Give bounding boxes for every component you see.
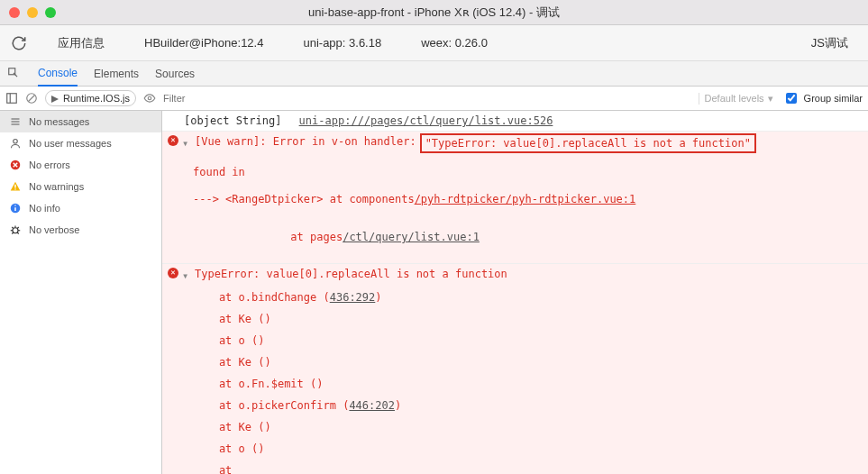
toolbar-uniapp[interactable]: uni-app: 3.6.18 [294,31,390,55]
component-trace: ---> <RangeDtpicker> at components [193,193,415,205]
console-main: No messages No user messages No errors N… [0,111,868,474]
sidebar-item-messages[interactable]: No messages [0,111,161,132]
collapse-icon[interactable]: ▾ [182,135,191,151]
group-similar-checkbox[interactable] [786,93,797,104]
sidebar-item-warnings[interactable]: No warnings [0,176,161,197]
error-found-in: found in [168,164,245,180]
chevron-down-icon: ▾ [768,93,773,105]
maximize-window-button[interactable] [45,7,56,18]
error-icon: ✕ [168,135,178,146]
component-trace-link[interactable]: /pyh-rdtpicker/pyh-rdtpicker.vue:1 [415,193,636,205]
sidebar-label: No messages [29,116,89,127]
eye-icon[interactable] [143,92,156,105]
console-filter-input[interactable] [163,88,691,108]
devtools-tabbar: Console Elements Sources [0,61,868,87]
window-title: uni-base-app-front - iPhone Xʀ (iOS 12.4… [308,5,560,21]
tab-elements[interactable]: Elements [94,62,139,86]
group-similar-label: Group similar [804,93,863,104]
svg-line-24 [12,227,14,229]
tab-sources[interactable]: Sources [155,62,195,86]
sidebar-toggle-icon[interactable] [5,92,18,105]
bug-icon [9,223,22,236]
console-filterbar: Runtime.IOS.js Default levels ▾ Group si… [0,87,868,111]
traffic-lights [9,7,56,18]
component-trace: at pages [245,231,343,243]
log-levels-dropdown[interactable]: Default levels ▾ [699,93,779,105]
svg-line-26 [12,232,14,234]
toolbar-app-info[interactable]: 应用信息 [49,30,114,57]
log-prefix: [object String] [184,113,281,129]
sidebar-item-info[interactable]: No info [0,197,161,219]
svg-point-16 [14,188,16,190]
context-chip-label: Runtime.IOS.js [63,93,130,104]
component-trace-link[interactable]: /ctl/query/list.vue:1 [343,231,480,243]
user-icon [9,137,22,150]
app-toolbar: 应用信息 HBuilder@iPhone:12.4 uni-app: 3.6.1… [0,25,868,61]
sidebar-item-user-messages[interactable]: No user messages [0,132,161,154]
source-link[interactable]: uni-app:///pages/ctl/query/list.vue:526 [299,113,553,129]
sidebar-item-errors[interactable]: No errors [0,154,161,176]
console-error-row: ✕ ▾ TypeError: value[0].replaceAll is no… [162,264,868,474]
clear-console-icon[interactable] [25,92,38,105]
console-log-row: [object String] uni-app:///pages/ctl/que… [162,111,868,132]
error-prefix: [Vue warn]: Error in v-on handler: [195,133,416,150]
svg-point-20 [13,228,18,233]
close-window-button[interactable] [9,7,20,18]
console-error-row: ✕ ▾ [Vue warn]: Error in v-on handler: "… [162,132,868,264]
error-icon: ✕ [168,268,178,278]
toolbar-weex[interactable]: weex: 0.26.0 [412,31,497,55]
toolbar-device[interactable]: HBuilder@iPhone:12.4 [135,31,272,55]
info-icon [9,202,22,214]
console-output[interactable]: [object String] uni-app:///pages/ctl/que… [162,111,868,474]
svg-rect-1 [7,94,17,104]
collapse-icon[interactable]: ▾ [182,268,191,284]
warning-icon [9,180,22,193]
svg-line-25 [17,227,19,229]
sidebar-item-verbose[interactable]: No verbose [0,219,161,241]
refresh-icon[interactable] [11,35,27,51]
svg-line-4 [29,96,35,102]
error-message: TypeError: value[0].replaceAll is not a … [195,266,507,282]
error-highlighted: "TypeError: value[0].replaceAll is not a… [420,133,756,153]
sidebar-label: No user messages [29,138,112,149]
sidebar-label: No info [29,203,60,214]
svg-point-19 [14,205,16,206]
list-icon [9,115,22,128]
svg-line-27 [17,232,19,234]
titlebar: uni-base-app-front - iPhone Xʀ (iOS 12.4… [0,0,868,25]
error-icon [9,159,22,171]
sidebar-label: No errors [29,160,70,170]
sidebar-label: No verbose [29,224,79,235]
svg-point-10 [14,140,18,144]
play-icon [51,94,60,103]
sidebar-label: No warnings [29,181,84,192]
context-chip[interactable]: Runtime.IOS.js [45,90,136,106]
svg-point-6 [148,96,151,100]
log-levels-label: Default levels [705,93,764,104]
tab-console[interactable]: Console [38,61,78,87]
inspect-element-icon[interactable] [7,67,22,81]
svg-marker-5 [51,96,59,103]
messages-sidebar: No messages No user messages No errors N… [0,111,162,474]
minimize-window-button[interactable] [27,7,38,18]
toolbar-js-debug[interactable]: JS调试 [802,30,857,57]
